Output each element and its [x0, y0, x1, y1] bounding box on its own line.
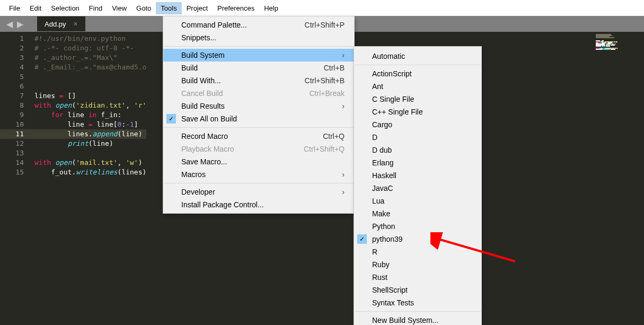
- menubar-item-view[interactable]: View: [107, 2, 131, 14]
- shortcut: Ctrl+Shift+Q: [283, 145, 345, 153]
- tools-item-install-package-control-[interactable]: Install Package Control...: [163, 198, 354, 211]
- build-item-javac[interactable]: JavaC: [354, 182, 481, 195]
- menubar-item-selection[interactable]: Selection: [46, 2, 84, 14]
- menu-item-label: JavaC: [372, 184, 393, 192]
- tools-item-save-all-on-build[interactable]: ✓Save All on Build: [163, 112, 354, 125]
- menu-item-label: Playback Macro: [181, 145, 234, 153]
- tools-item-snippets-[interactable]: Snippets...: [163, 31, 354, 44]
- tools-item-build-with-[interactable]: Build With...Ctrl+Shift+B: [163, 74, 354, 87]
- tools-menu: Command Palette...Ctrl+Shift+PSnippets..…: [163, 16, 355, 214]
- menu-item-label: Ruby: [372, 260, 390, 269]
- tab-add-py[interactable]: Add.py ×: [37, 16, 85, 31]
- build-item-automatic[interactable]: Automatic: [354, 50, 481, 63]
- build-item-erlang[interactable]: Erlang: [354, 156, 481, 169]
- code-line: # ._Email:_.=."max@chamd5.o: [29, 63, 146, 72]
- build-item-rust[interactable]: Rust: [354, 271, 481, 284]
- nav-forward-icon[interactable]: ▶: [17, 19, 23, 29]
- line-number: 13: [0, 148, 24, 158]
- build-item-r[interactable]: R: [354, 245, 481, 258]
- tools-item-record-macro[interactable]: Record MacroCtrl+Q: [163, 130, 354, 143]
- menu-item-label: python39: [372, 235, 403, 243]
- menu-item-label: ShellScript: [372, 286, 408, 294]
- tools-item-build[interactable]: BuildCtrl+B: [163, 62, 354, 74]
- line-number: 15: [0, 168, 24, 177]
- check-icon: ✓: [166, 114, 176, 124]
- build-item-d-dub[interactable]: D dub: [354, 144, 481, 156]
- code-line: line = line[0:-1]: [29, 120, 146, 129]
- menubar-item-find[interactable]: Find: [84, 2, 107, 14]
- code-line: [29, 72, 146, 82]
- menubar-item-preferences[interactable]: Preferences: [213, 2, 259, 14]
- build-item-d[interactable]: D: [354, 131, 481, 144]
- build-item-ruby[interactable]: Ruby: [354, 258, 481, 271]
- menu-item-label: Automatic: [372, 52, 405, 60]
- menu-item-label: R: [372, 248, 377, 256]
- line-number: 4: [0, 63, 24, 72]
- menubar-item-edit[interactable]: Edit: [25, 2, 46, 14]
- tools-item-save-macro-[interactable]: Save Macro...: [163, 155, 354, 168]
- build-item-lua[interactable]: Lua: [354, 195, 481, 207]
- build-item-new-build-system-[interactable]: New Build System...: [354, 314, 481, 325]
- menu-item-label: Build System: [181, 51, 225, 59]
- separator: [164, 183, 354, 183]
- build-item-make[interactable]: Make: [354, 207, 481, 220]
- tools-item-build-results[interactable]: Build Results›: [163, 100, 354, 112]
- line-number: 8: [0, 101, 24, 110]
- menu-item-label: Developer: [181, 188, 215, 196]
- tools-item-developer[interactable]: Developer›: [163, 186, 354, 198]
- menu-item-label: Record Macro: [181, 132, 228, 140]
- build-item-syntax-tests[interactable]: Syntax Tests: [354, 296, 481, 309]
- code-line: print(line): [29, 139, 146, 148]
- nav-back-icon[interactable]: ◀: [6, 19, 13, 29]
- close-icon[interactable]: ×: [73, 20, 77, 28]
- menu-item-label: C Single File: [372, 95, 414, 103]
- build-item-c-single-file[interactable]: C++ Single File: [354, 106, 481, 118]
- code-line: [29, 148, 146, 158]
- tools-item-macros[interactable]: Macros›: [163, 168, 354, 181]
- shortcut: Ctrl+Shift+B: [284, 76, 345, 85]
- build-item-python39[interactable]: ✓python39: [354, 233, 481, 245]
- build-item-c-single-file[interactable]: C Single File: [354, 93, 481, 106]
- menubar-item-project[interactable]: Project: [182, 2, 213, 14]
- tools-item-build-system[interactable]: Build System›: [163, 49, 354, 62]
- menubar-item-tools[interactable]: Tools: [156, 2, 181, 14]
- line-number: 6: [0, 82, 24, 91]
- chevron-right-icon: ›: [321, 170, 345, 179]
- shortcut: Ctrl+Break: [288, 89, 345, 98]
- chevron-right-icon: ›: [321, 51, 345, 59]
- build-item-shellscript[interactable]: ShellScript: [354, 284, 481, 296]
- menu-item-label: Build: [181, 64, 198, 72]
- build-item-haskell[interactable]: Haskell: [354, 169, 481, 182]
- menubar-item-goto[interactable]: Goto: [131, 2, 156, 14]
- line-number: 10: [0, 120, 24, 129]
- line-number: 2: [0, 43, 24, 53]
- menu-item-label: Ant: [372, 82, 383, 91]
- build-item-ant[interactable]: Ant: [354, 80, 481, 93]
- code[interactable]: #!./usr/bin/env.python# .-*- coding: utf…: [29, 32, 146, 325]
- menu-item-label: Command Palette...: [181, 21, 247, 29]
- menubar-item-help[interactable]: Help: [259, 2, 283, 14]
- menu-item-label: Macros: [181, 170, 206, 179]
- line-number: 14: [0, 158, 24, 168]
- line-number: 3: [0, 53, 24, 63]
- line-number: 9: [0, 110, 24, 120]
- menu-item-label: ActionScript: [372, 69, 412, 78]
- menu-item-label: D: [372, 133, 377, 142]
- menubar-item-file[interactable]: File: [4, 2, 25, 14]
- separator: [355, 65, 481, 65]
- build-item-cargo[interactable]: Cargo: [354, 118, 481, 131]
- line-number: 12: [0, 139, 24, 148]
- tools-item-command-palette-[interactable]: Command Palette...Ctrl+Shift+P: [163, 19, 354, 31]
- code-line: for line in f_in:: [29, 110, 146, 120]
- code-line: with open('mail.txt', 'w'): [29, 158, 146, 168]
- chevron-right-icon: ›: [321, 188, 345, 196]
- separator: [164, 46, 354, 47]
- minimap[interactable]: [594, 32, 644, 325]
- build-item-actionscript[interactable]: ActionScript: [354, 67, 481, 80]
- menu-item-label: Build Results: [181, 102, 225, 110]
- menu-item-label: Python: [372, 222, 395, 231]
- menu-item-label: Snippets...: [181, 33, 216, 42]
- menu-item-label: Save All on Build: [181, 115, 237, 123]
- build-item-python[interactable]: Python: [354, 220, 481, 233]
- menu-item-label: Erlang: [372, 159, 393, 167]
